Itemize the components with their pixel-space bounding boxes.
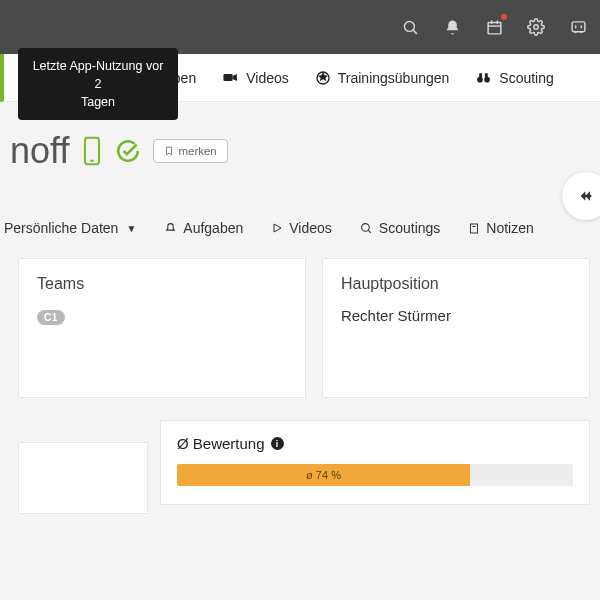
rating-progress-fill: ø 74 % <box>177 464 470 486</box>
svg-rect-20 <box>485 73 488 77</box>
soccer-icon <box>315 70 331 86</box>
nav-training[interactable]: Trainingsübungen <box>305 64 460 92</box>
rating-row: Ø Bewertung i ø 74 % <box>10 420 590 505</box>
position-card: Hauptposition Rechter Stürmer <box>322 258 590 398</box>
profile-subtabs: Persönliche Daten ▼ Aufgaben Videos Scou… <box>4 212 590 248</box>
subtab-notizen-label: Notizen <box>486 220 533 236</box>
svg-rect-19 <box>480 73 483 77</box>
nav-videos[interactable]: Videos <box>212 63 299 92</box>
subtab-scoutings-label: Scoutings <box>379 220 440 236</box>
svg-rect-25 <box>471 224 478 233</box>
rating-percent-label: ø 74 % <box>306 469 341 481</box>
subtab-videos-label: Videos <box>289 220 332 236</box>
nav-training-label: Trainingsübungen <box>338 70 450 86</box>
svg-point-18 <box>485 77 491 83</box>
svg-point-17 <box>477 77 483 83</box>
subtab-personal-label: Persönliche Daten <box>4 220 118 236</box>
app-usage-tooltip: Letzte App-Nutzung vor 2 Tagen <box>18 48 178 120</box>
chevron-down-icon: ▼ <box>126 223 136 234</box>
svg-rect-15 <box>224 74 233 81</box>
info-cards-row: Teams C1 Hauptposition Rechter Stürmer <box>10 248 590 398</box>
svg-rect-7 <box>572 21 585 31</box>
nav-scouting-label: Scouting <box>499 70 553 86</box>
teams-card-title: Teams <box>37 275 287 293</box>
chat-icon[interactable] <box>568 17 588 37</box>
profile-name: noff <box>10 130 69 172</box>
gear-icon[interactable] <box>526 17 546 37</box>
svg-point-23 <box>361 223 369 231</box>
calendar-icon[interactable] <box>484 17 504 37</box>
nav-scouting[interactable]: Scouting <box>465 63 563 92</box>
bell-outline-icon <box>164 222 177 235</box>
bookmark-label: merken <box>178 145 216 157</box>
team-badge[interactable]: C1 <box>37 310 65 325</box>
profile-header: noff merken Persönliche Daten ▼ Aufgaben… <box>0 102 600 527</box>
svg-line-24 <box>368 230 371 233</box>
bell-icon[interactable] <box>442 17 462 37</box>
rating-card: Ø Bewertung i ø 74 % <box>160 420 590 505</box>
subtab-personal[interactable]: Persönliche Daten ▼ <box>4 220 136 236</box>
position-value: Rechter Stürmer <box>341 307 571 324</box>
video-icon <box>222 69 239 86</box>
rating-title: Ø Bewertung <box>177 435 265 452</box>
note-icon <box>468 222 480 235</box>
check-circle-icon <box>115 138 141 164</box>
svg-point-6 <box>534 25 539 30</box>
info-icon[interactable]: i <box>271 437 284 450</box>
nav-videos-label: Videos <box>246 70 289 86</box>
play-icon <box>271 222 283 234</box>
phone-icon <box>81 136 103 166</box>
left-small-card <box>18 442 148 514</box>
subtab-aufgaben[interactable]: Aufgaben <box>164 220 243 236</box>
svg-point-0 <box>404 21 414 31</box>
position-card-title: Hauptposition <box>341 275 571 293</box>
subtab-aufgaben-label: Aufgaben <box>183 220 243 236</box>
rating-progress: ø 74 % <box>177 464 573 486</box>
subtab-notizen[interactable]: Notizen <box>468 220 533 236</box>
svg-rect-2 <box>488 22 501 33</box>
teams-card: Teams C1 <box>18 258 306 398</box>
tooltip-line2: Tagen <box>32 93 164 111</box>
notification-dot <box>501 14 507 20</box>
tooltip-line1: Letzte App-Nutzung vor 2 <box>32 57 164 93</box>
search-small-icon <box>360 222 373 235</box>
top-toolbar <box>0 0 600 54</box>
search-icon[interactable] <box>400 17 420 37</box>
svg-line-1 <box>413 30 417 34</box>
subtab-scoutings[interactable]: Scoutings <box>360 220 440 236</box>
binoculars-icon <box>475 69 492 86</box>
bookmark-button[interactable]: merken <box>153 139 227 163</box>
subtab-videos[interactable]: Videos <box>271 220 332 236</box>
